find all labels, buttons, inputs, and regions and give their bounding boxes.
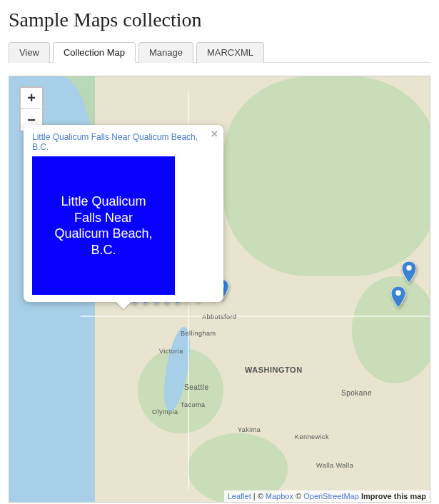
leaflet-link[interactable]: Leaflet (228, 492, 251, 500)
map-attribution: Leaflet | © Mapbox © OpenStreetMap Impro… (224, 490, 430, 502)
label-victoria: Victoria (159, 348, 183, 355)
tab-marcxml[interactable]: MARCXML (196, 42, 264, 63)
label-seattle: Seattle (184, 383, 209, 391)
page-title: Sample Maps collection (9, 9, 430, 31)
popup-tip (115, 301, 132, 309)
label-yakima: Yakima (238, 426, 261, 433)
improve-map-link[interactable]: Improve this map (359, 492, 426, 500)
map[interactable]: WASHINGTON Seattle Spokane Victoria Taco… (9, 76, 430, 503)
map-marker[interactable] (391, 286, 405, 308)
tab-manage[interactable]: Manage (138, 42, 193, 63)
label-kennewick: Kennewick (295, 433, 329, 440)
close-icon[interactable]: × (211, 128, 218, 141)
tab-bar: View Collection Map Manage MARCXML (9, 41, 430, 63)
popup-title-link[interactable]: Little Qualicum Falls Near Qualicum Beac… (32, 132, 215, 152)
label-abbotsford: Abbotsford (202, 313, 237, 321)
label-tacoma: Tacoma (181, 401, 206, 408)
tab-collection-map[interactable]: Collection Map (53, 42, 136, 63)
osm-link[interactable]: OpenStreetMap (303, 492, 359, 500)
label-olympia: Olympia (152, 408, 178, 415)
popup-thumbnail[interactable]: Little Qualicum Falls Near Qualicum Beac… (32, 156, 175, 295)
tab-view[interactable]: View (9, 42, 50, 63)
map-marker[interactable] (402, 261, 416, 283)
label-wallawalla: Walla Walla (316, 462, 353, 469)
svg-point-10 (406, 265, 412, 271)
zoom-in-button[interactable]: + (21, 88, 42, 109)
label-spokane: Spokane (341, 389, 372, 397)
mapbox-link[interactable]: Mapbox (266, 492, 293, 500)
label-bellingham: Bellingham (181, 330, 216, 337)
label-washington: WASHINGTON (245, 366, 303, 374)
svg-point-9 (395, 290, 401, 296)
map-popup: × Little Qualicum Falls Near Qualicum Be… (24, 125, 223, 302)
